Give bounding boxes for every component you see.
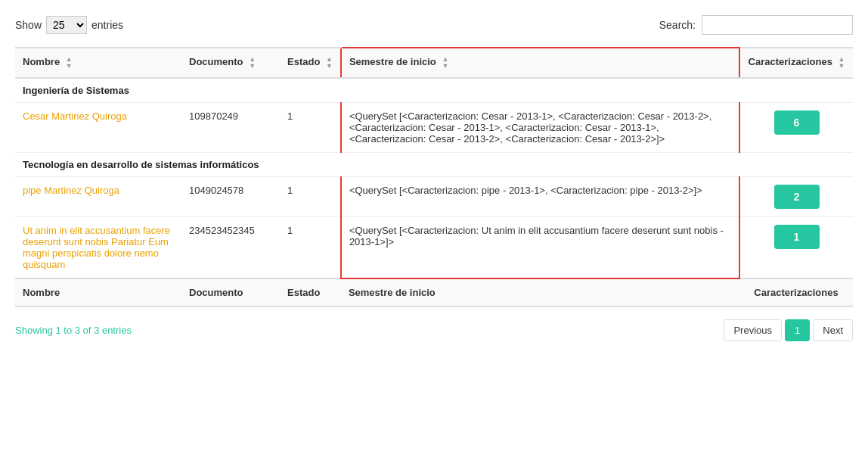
cell-estado: 1 — [280, 177, 341, 217]
entries-label: entries — [91, 19, 123, 31]
show-label: Show — [15, 19, 42, 31]
table-row: Ut anim in elit accusantium facere deser… — [15, 217, 853, 279]
tfoot-th-documento: Documento — [181, 278, 280, 306]
entries-select[interactable]: 25 10 50 100 — [46, 16, 87, 34]
cell-caract: 1 — [739, 217, 853, 279]
page-1-button[interactable]: 1 — [785, 319, 810, 341]
th-nombre[interactable]: Nombre ▲▼ — [15, 48, 181, 78]
th-semestre[interactable]: Semestre de inicio ▲▼ — [341, 48, 739, 78]
badge-caract: 6 — [774, 110, 820, 135]
sort-arrows-documento: ▲▼ — [249, 56, 256, 70]
cell-estado: 1 — [280, 103, 341, 153]
badge-caract: 1 — [774, 225, 820, 249]
cell-semestre: <QuerySet [<Caracterizacion: pipe - 2013… — [341, 177, 739, 217]
sort-arrows-estado: ▲▼ — [326, 56, 333, 70]
cell-semestre: <QuerySet [<Caracterizacion: Ut anim in … — [341, 217, 739, 279]
group-header-2: Tecnología en desarrollo de sistemas inf… — [15, 153, 853, 177]
cell-caract: 2 — [739, 177, 853, 217]
group-header-1: Ingeniería de Sistemas — [15, 78, 853, 103]
cell-documento: 109870249 — [181, 103, 280, 153]
search-label: Search: — [659, 19, 696, 31]
badge-caract: 2 — [774, 185, 820, 209]
previous-button[interactable]: Previous — [724, 319, 782, 341]
showing-info: Showing 1 to 3 of 3 entries — [15, 325, 132, 336]
bottom-controls: Showing 1 to 3 of 3 entries Previous 1 N… — [15, 319, 853, 341]
sort-arrows-nombre: ▲▼ — [66, 56, 73, 70]
cell-nombre[interactable]: Cesar Martinez Quiroga — [15, 103, 181, 153]
search-input[interactable] — [702, 15, 853, 35]
pagination: Previous 1 Next — [724, 319, 853, 341]
next-button[interactable]: Next — [813, 319, 853, 341]
top-controls: Show 25 10 50 100 entries Search: — [15, 15, 853, 35]
sort-arrows-semestre: ▲▼ — [442, 56, 448, 70]
th-documento[interactable]: Documento ▲▼ — [181, 48, 280, 78]
cell-semestre: <QuerySet [<Caracterizacion: Cesar - 201… — [341, 103, 739, 153]
table-row: pipe Martinez Quiroga 1049024578 1 <Quer… — [15, 177, 853, 217]
tfoot-th-semestre: Semestre de inicio — [341, 278, 739, 306]
sort-arrows-caract: ▲▼ — [838, 56, 845, 70]
search-box: Search: — [659, 15, 853, 35]
table-row: Cesar Martinez Quiroga 109870249 1 <Quer… — [15, 103, 853, 153]
th-estado[interactable]: Estado ▲▼ — [280, 48, 341, 78]
tfoot-th-nombre: Nombre — [15, 278, 181, 306]
tfoot-th-caract: Caracterizaciones — [739, 278, 853, 306]
cell-nombre[interactable]: pipe Martinez Quiroga — [15, 177, 181, 217]
cell-caract: 6 — [739, 103, 853, 153]
cell-estado: 1 — [280, 217, 341, 279]
main-table: Nombre ▲▼ Documento ▲▼ Estado ▲▼ Semestr… — [15, 47, 853, 307]
cell-nombre[interactable]: Ut anim in elit accusantium facere deser… — [15, 217, 181, 279]
group-name-1: Ingeniería de Sistemas — [23, 85, 129, 96]
tfoot-th-estado: Estado — [280, 278, 341, 306]
show-entries: Show 25 10 50 100 entries — [15, 16, 123, 34]
th-caracterizaciones[interactable]: Caracterizaciones ▲▼ — [739, 48, 853, 78]
group-name-2: Tecnología en desarrollo de sistemas inf… — [23, 159, 259, 170]
cell-documento: 234523452345 — [181, 217, 280, 279]
cell-documento: 1049024578 — [181, 177, 280, 217]
